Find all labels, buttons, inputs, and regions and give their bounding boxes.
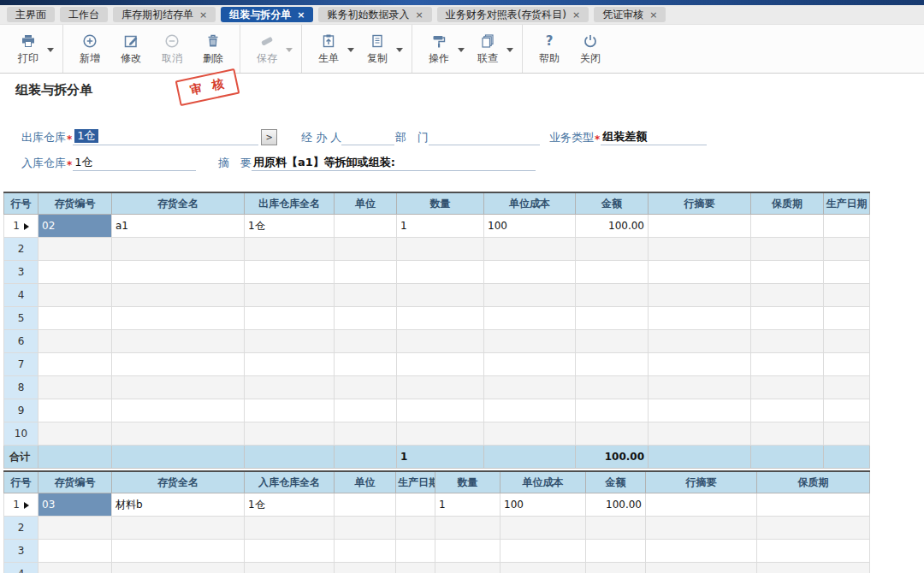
cell[interactable] — [649, 307, 751, 330]
cell[interactable] — [649, 238, 751, 261]
cell[interactable] — [396, 563, 435, 573]
cell[interactable] — [335, 399, 397, 422]
department-input[interactable] — [429, 129, 540, 145]
cell[interactable] — [435, 563, 500, 573]
cell[interactable] — [396, 493, 435, 517]
column-header[interactable]: 单位 — [335, 471, 396, 493]
row-number-cell[interactable]: 3 — [4, 261, 38, 284]
in-warehouse-input[interactable]: 1仓 — [73, 155, 196, 171]
cell[interactable] — [576, 422, 649, 446]
cell[interactable] — [649, 353, 751, 376]
cell[interactable] — [484, 330, 576, 353]
cell[interactable] — [649, 330, 751, 353]
cell[interactable] — [649, 284, 751, 307]
cell[interactable] — [397, 307, 484, 330]
cell[interactable] — [112, 353, 245, 376]
cell[interactable]: 1 — [397, 215, 484, 238]
cell[interactable] — [112, 261, 245, 284]
row-number-cell[interactable]: 4 — [4, 284, 38, 307]
cell[interactable] — [824, 215, 870, 238]
column-header[interactable]: 数量 — [435, 471, 500, 493]
cell[interactable] — [112, 307, 245, 330]
cell[interactable] — [751, 238, 824, 261]
column-header[interactable]: 行号 — [4, 471, 38, 493]
dropdown-caret-icon[interactable] — [47, 48, 54, 56]
cell[interactable] — [646, 563, 757, 573]
cell[interactable] — [646, 540, 757, 563]
cell[interactable] — [586, 563, 646, 573]
cell[interactable]: 材料b — [112, 493, 245, 517]
row-number-cell[interactable]: 8 — [4, 376, 38, 399]
cell[interactable] — [335, 517, 396, 540]
cell[interactable] — [824, 376, 870, 399]
tab-close-icon[interactable]: × — [297, 10, 305, 20]
column-header[interactable]: 出库仓库全名 — [245, 192, 335, 215]
cell[interactable]: 03 — [38, 493, 112, 517]
cell[interactable] — [245, 238, 335, 261]
row-number-cell[interactable]: 5 — [4, 307, 38, 330]
dropdown-caret-icon[interactable] — [458, 48, 465, 56]
operator-input[interactable] — [341, 129, 394, 145]
toolbar-edit-button[interactable]: 修改 — [113, 32, 149, 66]
cell[interactable] — [751, 399, 824, 422]
cell[interactable] — [757, 517, 870, 540]
dropdown-caret-icon[interactable] — [347, 48, 354, 56]
cell[interactable] — [112, 399, 245, 422]
cell[interactable] — [500, 563, 586, 573]
cell[interactable] — [245, 517, 335, 540]
cell[interactable] — [335, 493, 396, 517]
cell[interactable] — [245, 563, 335, 573]
cell[interactable] — [435, 540, 500, 563]
cell[interactable] — [484, 261, 576, 284]
summary-input[interactable]: 用原料【a1】等拆卸或组装: — [252, 155, 536, 171]
tab-3[interactable]: 库存期初结存单× — [113, 7, 216, 22]
cell[interactable] — [335, 307, 397, 330]
cell[interactable] — [397, 330, 484, 353]
cell[interactable]: 1仓 — [245, 215, 335, 238]
cell[interactable] — [435, 517, 500, 540]
tab-5[interactable]: 账务初始数据录入× — [318, 7, 431, 22]
row-number-cell[interactable]: 9 — [4, 399, 38, 422]
cell[interactable] — [38, 330, 112, 353]
cell[interactable] — [397, 399, 484, 422]
row-number-cell[interactable]: 7 — [4, 353, 38, 376]
column-header[interactable]: 存货编号 — [38, 192, 112, 215]
cell[interactable]: 1 — [435, 493, 500, 517]
row-number-cell[interactable]: 1 — [4, 493, 38, 517]
cell[interactable] — [112, 376, 245, 399]
cell[interactable]: 100.00 — [576, 215, 649, 238]
column-header[interactable]: 行号 — [4, 192, 38, 215]
row-number-cell[interactable]: 6 — [4, 330, 38, 353]
tab-close-icon[interactable]: × — [199, 10, 207, 20]
column-header[interactable]: 行摘要 — [646, 471, 757, 493]
toolbar-generate-button[interactable]: 生单 — [311, 32, 354, 66]
cell[interactable] — [112, 284, 245, 307]
cell[interactable]: 100.00 — [586, 493, 646, 517]
cell[interactable] — [757, 540, 870, 563]
column-header[interactable]: 生产日期 — [396, 471, 435, 493]
cell[interactable] — [38, 238, 112, 261]
cell[interactable] — [396, 517, 435, 540]
cell[interactable] — [586, 517, 646, 540]
tab-close-icon[interactable]: × — [649, 10, 657, 20]
column-header[interactable]: 单位成本 — [500, 471, 586, 493]
cell[interactable] — [824, 261, 870, 284]
cell[interactable] — [112, 422, 245, 446]
toolbar-close-button[interactable]: 关闭 — [572, 32, 608, 66]
cell[interactable] — [824, 422, 870, 446]
cell[interactable] — [576, 238, 649, 261]
cell[interactable] — [649, 261, 751, 284]
cell[interactable] — [335, 215, 397, 238]
cell[interactable] — [751, 215, 824, 238]
cell[interactable] — [576, 261, 649, 284]
cell[interactable] — [38, 540, 112, 563]
tab-4[interactable]: 组装与拆分单× — [221, 7, 313, 22]
cell[interactable] — [649, 399, 751, 422]
dropdown-caret-icon[interactable] — [506, 48, 513, 56]
column-header[interactable]: 行摘要 — [649, 192, 751, 215]
cell[interactable] — [335, 330, 397, 353]
cell[interactable]: a1 — [112, 215, 245, 238]
cell[interactable] — [824, 330, 870, 353]
toolbar-copy-button[interactable]: 复制 — [359, 32, 403, 66]
row-number-cell[interactable]: 3 — [4, 540, 38, 563]
